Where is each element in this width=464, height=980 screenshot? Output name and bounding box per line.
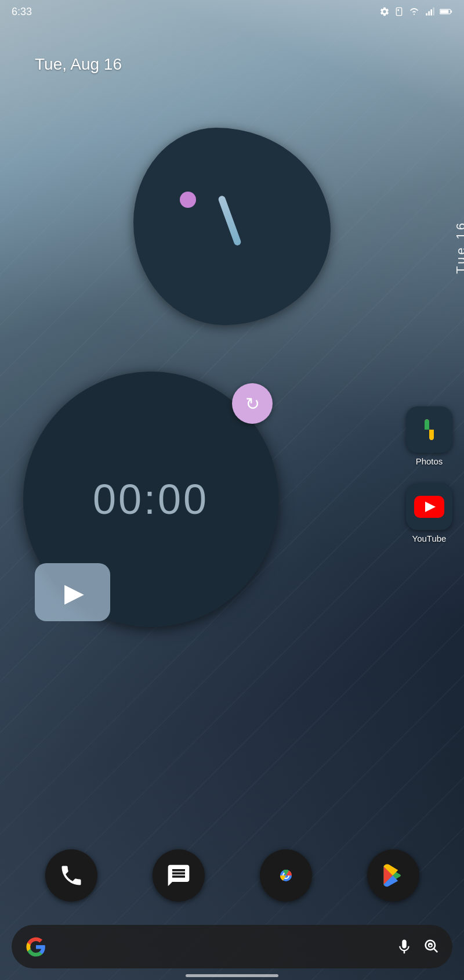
settings-icon [379, 6, 390, 17]
messages-icon [166, 863, 191, 888]
chrome-icon [273, 863, 299, 888]
svg-rect-0 [396, 8, 401, 15]
photos-icon-bg [406, 406, 452, 453]
sim-icon [394, 6, 404, 17]
dock-playstore[interactable] [367, 849, 419, 902]
clock-dot [180, 192, 196, 208]
battery-icon [440, 8, 452, 16]
youtube-label: YouTube [412, 534, 447, 543]
youtube-app[interactable]: YouTube [406, 484, 452, 543]
status-bar: 6:33 [0, 0, 464, 23]
google-g-logo[interactable] [23, 934, 49, 960]
dock [17, 841, 447, 910]
date-text: Tue, Aug 16 [35, 55, 122, 74]
photos-app[interactable]: Photos [406, 406, 452, 466]
microphone-icon[interactable] [396, 938, 413, 956]
dock-messages[interactable] [153, 849, 205, 902]
google-logo [26, 936, 46, 957]
sideways-date: Tue 16 [454, 221, 464, 274]
svg-rect-2 [426, 13, 427, 16]
timer-play-button[interactable]: ▶ [35, 563, 110, 621]
photos-label: Photos [416, 456, 443, 466]
dock-phone[interactable] [45, 849, 97, 902]
right-apps: Photos YouTube [406, 406, 452, 543]
search-right-icons [396, 938, 441, 956]
wifi-icon [408, 7, 420, 16]
youtube-icon-bg [406, 484, 452, 530]
phone-icon [59, 863, 84, 888]
youtube-play-triangle [425, 502, 436, 512]
svg-rect-8 [440, 10, 448, 13]
svg-rect-5 [433, 8, 434, 16]
status-time: 6:33 [12, 6, 32, 18]
svg-rect-3 [428, 11, 430, 15]
lens-icon[interactable] [423, 938, 441, 956]
timer-refresh-button[interactable]: ↻ [232, 383, 273, 424]
clock-hand [217, 195, 242, 247]
dock-chrome[interactable] [260, 849, 312, 902]
playstore-icon [380, 863, 406, 888]
play-icon: ▶ [64, 578, 84, 607]
refresh-icon: ↻ [245, 394, 260, 414]
nav-hint [186, 974, 278, 977]
svg-rect-1 [397, 9, 399, 11]
timer-display: 00:00 [93, 475, 209, 523]
status-icons [379, 6, 452, 17]
search-bar[interactable] [12, 925, 452, 968]
signal-icon [425, 7, 435, 16]
svg-rect-4 [430, 9, 432, 16]
pinwheel-icon [416, 417, 442, 442]
svg-rect-7 [451, 10, 452, 13]
youtube-icon-inner [414, 496, 444, 518]
